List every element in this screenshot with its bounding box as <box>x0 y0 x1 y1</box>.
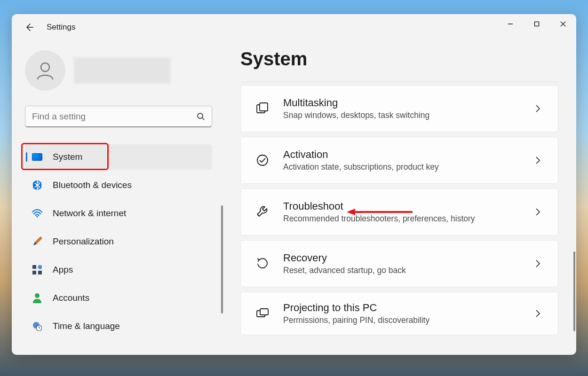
svg-point-6 <box>36 216 38 217</box>
arrow-left-icon <box>24 23 34 32</box>
apps-icon <box>32 265 42 275</box>
search-box[interactable] <box>25 106 212 127</box>
search-input[interactable] <box>32 111 197 122</box>
setting-projecting[interactable]: Projecting to this PC Permissions, pairi… <box>240 292 558 335</box>
sidebar: System Bluetooth & devices Network & int… <box>12 40 228 355</box>
person-icon <box>34 60 56 81</box>
titlebar: Settings <box>12 14 576 40</box>
activation-icon <box>254 152 271 169</box>
setting-subtitle: Recommended troubleshooters, preferences… <box>283 214 531 224</box>
svg-rect-7 <box>32 265 36 269</box>
divider <box>240 82 558 82</box>
settings-window: Settings <box>12 14 576 355</box>
avatar <box>25 50 65 91</box>
setting-subtitle: Activation state, subscriptions, product… <box>283 162 531 172</box>
setting-title: Activation <box>283 149 531 161</box>
svg-rect-10 <box>38 271 42 274</box>
setting-activation[interactable]: Activation Activation state, subscriptio… <box>240 137 558 184</box>
nav-item-time-language[interactable]: Time & language <box>25 313 212 339</box>
bluetooth-icon <box>32 180 42 190</box>
svg-rect-15 <box>260 103 268 111</box>
setting-subtitle: Reset, advanced startup, go back <box>283 266 531 275</box>
app-title: Settings <box>47 23 75 32</box>
svg-point-16 <box>257 155 268 165</box>
main-scrollbar[interactable] <box>573 251 575 331</box>
setting-recovery[interactable]: Recovery Reset, advanced startup, go bac… <box>240 240 558 287</box>
maximize-button[interactable] <box>524 14 550 34</box>
nav-label: System <box>53 152 82 162</box>
chevron-right-icon <box>531 205 545 219</box>
window-controls <box>497 14 576 34</box>
chevron-right-icon <box>531 102 545 116</box>
svg-point-11 <box>35 293 40 298</box>
setting-multitasking[interactable]: Multitasking Snap windows, desktops, tas… <box>240 85 558 132</box>
setting-title: Recovery <box>283 252 531 264</box>
svg-line-4 <box>202 118 204 120</box>
chevron-right-icon <box>531 153 545 167</box>
brush-icon <box>32 236 42 247</box>
account-icon <box>32 293 42 303</box>
profile-block[interactable] <box>25 50 215 91</box>
svg-point-2 <box>41 63 49 71</box>
nav-item-system[interactable]: System <box>25 144 212 170</box>
minimize-button[interactable] <box>497 14 524 34</box>
wifi-icon <box>32 208 42 219</box>
nav-list: System Bluetooth & devices Network & int… <box>25 144 215 339</box>
nav-label: Personalization <box>53 236 114 247</box>
search-icon <box>197 112 205 121</box>
nav-label: Apps <box>53 265 73 275</box>
system-icon <box>32 152 42 162</box>
nav-label: Bluetooth & devices <box>53 180 132 190</box>
sidebar-scrollbar[interactable] <box>221 205 223 313</box>
projecting-icon <box>254 305 271 322</box>
page-title: System <box>240 48 558 70</box>
nav-label: Accounts <box>53 293 89 303</box>
svg-rect-9 <box>32 271 36 274</box>
nav-item-accounts[interactable]: Accounts <box>25 285 212 311</box>
clock-globe-icon <box>32 321 42 331</box>
svg-point-3 <box>198 113 203 118</box>
setting-subtitle: Snap windows, desktops, task switching <box>283 110 531 120</box>
chevron-right-icon <box>531 257 545 271</box>
nav-item-bluetooth[interactable]: Bluetooth & devices <box>25 172 212 198</box>
svg-rect-1 <box>535 22 539 26</box>
recovery-icon <box>254 255 271 272</box>
svg-rect-8 <box>38 265 42 269</box>
back-button[interactable] <box>20 18 38 36</box>
close-icon <box>560 21 566 27</box>
nav-label: Network & internet <box>53 208 126 219</box>
profile-name-redacted <box>74 57 170 84</box>
nav-label: Time & language <box>53 321 120 331</box>
wrench-icon <box>254 204 271 220</box>
setting-troubleshoot[interactable]: Troubleshoot Recommended troubleshooters… <box>240 188 558 235</box>
multitasking-icon <box>254 100 271 117</box>
nav-item-apps[interactable]: Apps <box>25 257 212 282</box>
minimize-icon <box>508 21 513 27</box>
nav-item-network[interactable]: Network & internet <box>25 201 212 226</box>
setting-subtitle: Permissions, pairing PIN, discoverabilit… <box>283 315 531 325</box>
nav-item-personalization[interactable]: Personalization <box>25 229 212 254</box>
svg-rect-20 <box>260 309 268 315</box>
setting-title: Troubleshoot <box>283 200 531 212</box>
maximize-icon <box>534 21 540 27</box>
close-button[interactable] <box>550 14 576 34</box>
chevron-right-icon <box>531 306 545 321</box>
main-panel: System Multitasking Snap windows, deskto… <box>228 40 576 355</box>
setting-title: Projecting to this PC <box>283 302 531 314</box>
setting-title: Multitasking <box>283 97 531 109</box>
